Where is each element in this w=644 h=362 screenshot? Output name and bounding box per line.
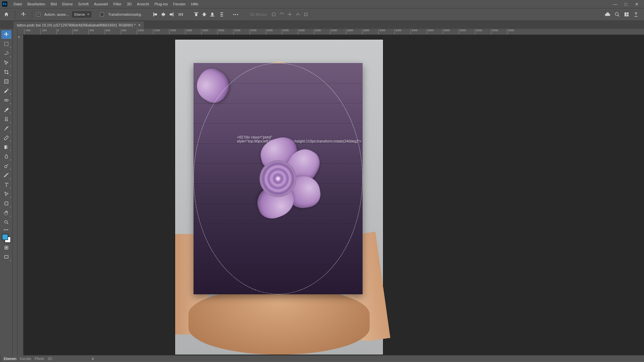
svg-rect-9 [194,12,198,13]
edit-toolbar-icon[interactable]: ••• [1,227,11,232]
healing-tool[interactable] [1,96,11,105]
clone-stamp-tool[interactable] [1,115,11,123]
app-logo: Ps [2,1,7,7]
auto-select-dropdown[interactable]: Ebene [72,11,92,17]
screen-mode-icon[interactable] [1,253,11,261]
menu-filter[interactable]: Filter [111,2,124,6]
menu-schrift[interactable]: Schrift [75,2,91,6]
svg-rect-0 [153,12,154,16]
tab-kanaele[interactable]: Kanäle [20,357,31,361]
menu-ebene[interactable]: Ebene [59,2,75,6]
3d-mode-label: 3D-Modus: [250,12,268,16]
panel-tabs: Ebenen Kanäle Pfade 3D ≡ [0,355,97,362]
pen-tool[interactable] [1,171,11,180]
move-tool[interactable] [1,30,11,39]
layer-purple-board[interactable]: <827div class="petal" style="top:90px;le… [194,63,363,294]
align-vcenter-icon[interactable] [201,11,208,18]
gradient-tool[interactable] [1,143,11,152]
shape-tool[interactable] [1,199,11,208]
hand-tool[interactable] [1,208,11,217]
zoom-tool[interactable] [1,218,11,227]
vertical-ruler: 0 [17,35,23,355]
frame-tool[interactable] [1,77,11,86]
menu-hilfe[interactable]: Hilfe [188,2,201,6]
transform-controls-label: Transformationsstrg. [108,12,142,16]
menu-datei[interactable]: Datei [11,2,25,6]
svg-rect-22 [627,12,629,14]
path-select-tool[interactable] [1,190,11,198]
menu-3d[interactable]: 3D [124,2,134,6]
crop-tool[interactable] [1,68,11,76]
history-brush-tool[interactable] [1,124,11,133]
transform-controls-checkbox[interactable] [100,12,104,16]
3d-scale-icon [303,11,309,18]
color-swatch[interactable] [2,234,11,243]
svg-rect-24 [4,42,8,46]
svg-rect-13 [210,16,214,16]
home-button[interactable] [2,10,11,19]
align-bottom-icon[interactable] [209,11,216,18]
cloud-docs-icon[interactable] [604,11,610,17]
layers-panel: Ebenen Kanäle Pfade 3D ≡ T Normal Deckkr… [0,355,97,362]
svg-point-30 [4,221,7,223]
menu-bearbeiten[interactable]: Bearbeiten [25,2,48,6]
quick-select-tool[interactable] [1,58,11,67]
close-tab-icon[interactable]: × [138,23,141,27]
distribute-h-icon[interactable] [177,11,184,18]
3d-roll-icon [278,11,285,18]
svg-rect-7 [180,13,181,16]
blur-tool[interactable] [1,152,11,161]
svg-point-18 [272,13,275,16]
distribute-v-icon[interactable] [218,11,225,18]
collapsed-panel-strip[interactable] [13,29,17,355]
svg-rect-33 [4,255,8,258]
menu-bild[interactable]: Bild [48,2,59,6]
type-tool[interactable] [1,180,11,189]
marquee-tool[interactable] [1,40,11,48]
quick-mask-icon[interactable] [1,243,11,252]
align-horizontal-group [152,11,175,18]
toolbar: ••• [0,29,13,355]
tab-3d[interactable]: 3D [48,357,52,361]
tab-pfade[interactable]: Pfade [35,357,44,361]
vruler-origin: 0 [17,35,23,39]
align-vertical-group [193,11,216,18]
eraser-tool[interactable] [1,133,11,142]
eyedropper-tool[interactable] [1,86,11,95]
image-body [189,288,370,355]
svg-rect-16 [220,14,223,15]
dodge-tool[interactable] [1,162,11,170]
svg-rect-27 [4,145,8,149]
brush-tool[interactable] [1,105,11,114]
canvas-area[interactable]: -400-20002004006008001000120014001600180… [17,29,644,355]
menu-plugins[interactable]: Plug-ins [152,2,170,6]
menu-fenster[interactable]: Fenster [170,2,188,6]
document-tab[interactable]: tattoo.psdc bei 19,1% (c571297906dcfd266… [13,21,144,29]
workspace-icon[interactable] [624,12,629,17]
align-right-icon[interactable] [168,11,175,18]
svg-rect-6 [179,13,179,16]
svg-rect-15 [220,12,223,13]
window-minimize[interactable]: — [610,2,621,7]
foreground-color[interactable] [2,234,8,240]
align-left-icon[interactable] [152,11,159,18]
svg-rect-3 [162,13,165,15]
align-hcenter-icon[interactable] [160,11,167,18]
menu-auswahl[interactable]: Auswahl [91,2,111,6]
document-artboard[interactable]: <827div class="petal" style="top:90px;le… [175,40,383,355]
svg-rect-14 [211,13,213,15]
share-icon[interactable] [633,12,639,17]
more-options-button[interactable]: ••• [233,12,239,16]
document-tab-bar: tattoo.psdc bei 19,1% (c571297906dcfd266… [0,21,644,29]
auto-select-checkbox[interactable] [36,12,40,16]
tab-ebenen[interactable]: Ebenen [4,357,16,361]
panel-menu-icon[interactable]: ≡ [92,357,94,361]
search-icon[interactable] [614,12,620,17]
menu-ansicht[interactable]: Ansicht [134,2,152,6]
3d-pan-icon [286,11,293,18]
window-maximize[interactable]: □ [621,2,631,7]
lasso-tool[interactable] [1,49,11,58]
3d-mode-icons [270,11,309,18]
align-top-icon[interactable] [193,11,200,18]
window-close[interactable]: ✕ [631,2,642,7]
